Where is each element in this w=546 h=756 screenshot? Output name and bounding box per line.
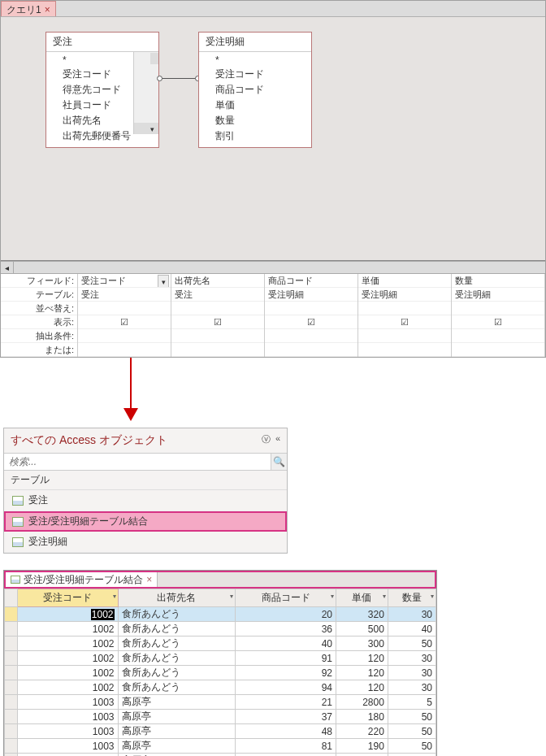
grid-column[interactable]: 受注コード受注☑ — [78, 274, 171, 357]
column-header[interactable]: 数量▾ — [388, 589, 436, 607]
datasheet-table[interactable]: 受注コード▾出荷先名▾商品コード▾単価▾数量▾ 1002食所あんどう203203… — [4, 589, 436, 756]
table-row[interactable]: 1002食所あんどう9412030 — [5, 680, 436, 695]
close-icon[interactable]: × — [146, 574, 152, 585]
table-icon — [11, 576, 20, 584]
datasheet-tab-label: 受注/受注明細テーブル結合 — [24, 573, 143, 587]
navigation-pane: すべての Access オブジェクト ⓥ« 🔍 テーブル 受注受注/受注明細テー… — [3, 428, 288, 554]
join-line[interactable] — [159, 78, 198, 79]
grid-column[interactable]: 出荷先名受注☑ — [171, 274, 265, 357]
nav-item[interactable]: 受注 — [4, 490, 287, 511]
table-row[interactable]: 1003高原亭11528040 — [5, 754, 436, 757]
nav-title-bar[interactable]: すべての Access オブジェクト ⓥ« — [4, 428, 287, 454]
datasheet-window: 受注/受注明細テーブル結合 × 受注コード▾出荷先名▾商品コード▾単価▾数量▾ … — [3, 570, 437, 756]
table-row[interactable]: 1003高原亭2128005 — [5, 695, 436, 710]
table-icon — [12, 496, 24, 506]
column-header[interactable]: 単価▾ — [336, 589, 388, 607]
field-list[interactable]: * 受注コード 得意先コード 社員コード 出荷先名 出荷先郵便番号 ▴▾ — [46, 52, 158, 147]
nav-item[interactable]: 受注/受注明細テーブル結合 — [4, 511, 287, 532]
grid-row-labels: フィールド: テーブル: 並べ替え: 表示: 抽出条件: または: — [1, 274, 78, 357]
grid-column[interactable]: 単価受注明細☑ — [358, 274, 452, 357]
diagram-area[interactable]: 受注 * 受注コード 得意先コード 社員コード 出荷先名 出荷先郵便番号 ▴▾ … — [1, 17, 545, 261]
table-box-left[interactable]: 受注 * 受注コード 得意先コード 社員コード 出荷先名 出荷先郵便番号 ▴▾ — [46, 32, 159, 148]
show-checkbox[interactable]: ☑ — [358, 315, 451, 329]
grid-column[interactable]: 数量受注明細☑ — [452, 274, 545, 357]
table-title: 受注 — [46, 33, 158, 52]
query-designer: クエリ1 × 受注 * 受注コード 得意先コード 社員コード 出荷先名 出荷先郵… — [0, 0, 546, 358]
column-header[interactable]: 受注コード▾ — [18, 589, 119, 607]
show-checkbox[interactable]: ☑ — [171, 315, 264, 329]
nav-item-label: 受注/受注明細テーブル結合 — [28, 515, 148, 528]
table-row[interactable]: 1003高原亭3718050 — [5, 710, 436, 724]
nav-search: 🔍 — [4, 454, 287, 471]
query-tab-bar: クエリ1 × — [1, 1, 545, 17]
search-icon[interactable]: 🔍 — [271, 454, 287, 470]
search-input[interactable] — [4, 454, 271, 470]
table-row[interactable]: 1002食所あんどう2032030 — [5, 607, 436, 622]
arrow-indicator — [0, 358, 546, 428]
column-header[interactable]: 商品コード▾ — [236, 589, 336, 607]
table-icon — [12, 517, 24, 527]
table-box-right[interactable]: 受注明細 * 受注コード 商品コード 単価 数量 割引 — [198, 32, 312, 148]
show-checkbox[interactable]: ☑ — [78, 315, 171, 329]
nav-item-label: 受注 — [28, 493, 48, 507]
nav-item-label: 受注明細 — [28, 535, 67, 549]
query-tab-label: クエリ1 — [6, 3, 41, 17]
nav-section[interactable]: テーブル — [4, 471, 287, 490]
show-checkbox[interactable]: ☑ — [452, 315, 544, 329]
query-tab[interactable]: クエリ1 × — [1, 1, 56, 16]
show-checkbox[interactable]: ☑ — [265, 315, 358, 329]
collapse-icon[interactable]: « — [275, 433, 280, 448]
nav-item[interactable]: 受注明細 — [4, 532, 287, 553]
table-row[interactable]: 1002食所あんどう4030050 — [5, 637, 436, 651]
column-header[interactable]: 出荷先名▾ — [118, 589, 236, 607]
chevron-down-icon[interactable]: ⓥ — [262, 433, 271, 448]
table-icon — [12, 537, 24, 547]
table-row[interactable]: 1002食所あんどう3650040 — [5, 622, 436, 637]
table-title: 受注明細 — [199, 33, 311, 52]
field-list[interactable]: * 受注コード 商品コード 単価 数量 割引 — [199, 52, 311, 147]
nav-title: すべての Access オブジェクト — [11, 433, 167, 448]
grid-column[interactable]: 商品コード受注明細☑ — [265, 274, 358, 357]
horizontal-ruler[interactable]: ◂ — [1, 261, 545, 274]
table-row[interactable]: 1002食所あんどう9212030 — [5, 666, 436, 680]
design-grid: フィールド: テーブル: 並べ替え: 表示: 抽出条件: または: 受注コード受… — [1, 274, 545, 357]
table-row[interactable]: 1002食所あんどう9112030 — [5, 651, 436, 666]
datasheet-tab-bar: 受注/受注明細テーブル結合 × — [4, 571, 436, 589]
scrollbar[interactable]: ▴▾ — [133, 52, 158, 134]
close-icon[interactable]: × — [45, 4, 50, 15]
datasheet-tab[interactable]: 受注/受注明細テーブル結合 × — [6, 572, 158, 587]
table-row[interactable]: 1003高原亭8119050 — [5, 739, 436, 754]
table-row[interactable]: 1003高原亭4822050 — [5, 724, 436, 739]
